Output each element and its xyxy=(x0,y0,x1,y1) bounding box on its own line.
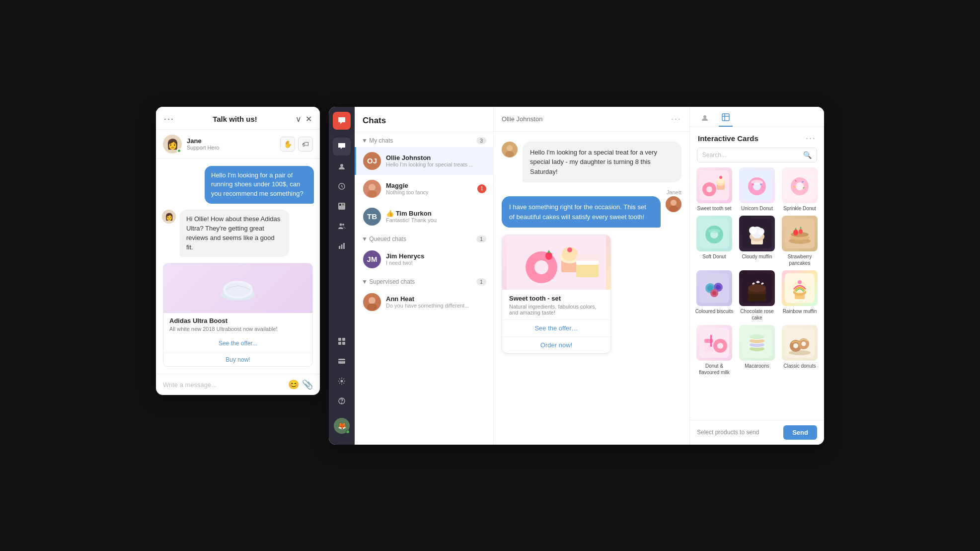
conv-msg-janett: I have something right for the occasion.… xyxy=(502,196,681,228)
svg-rect-15 xyxy=(342,338,345,341)
card-item-unicorn-donut[interactable]: Unicorn Donut xyxy=(738,167,776,212)
svg-point-76 xyxy=(749,227,757,235)
tab-cards-icon[interactable] xyxy=(719,113,733,127)
agent-avatar: 👩 xyxy=(163,135,182,154)
agent-hand-button[interactable]: ✋ xyxy=(280,137,295,152)
conv-product-actions: See the offer… Order now! xyxy=(502,319,610,353)
nav-logo xyxy=(333,112,351,130)
card-thumb-sweet-tooth xyxy=(696,167,732,203)
chat-info-maggie: Maggie Nothing too fancy xyxy=(386,182,472,195)
svg-rect-11 xyxy=(339,246,340,249)
widget-emoji-icon[interactable]: 😊 xyxy=(288,379,299,390)
svg-point-30 xyxy=(507,145,513,151)
conv-order-now-button[interactable]: Order now! xyxy=(502,337,610,353)
supervised-chats-group-header[interactable]: ▼ Supervised chats 1 xyxy=(355,273,493,288)
card-item-soft-donut[interactable]: Soft Donut xyxy=(695,216,734,266)
widget-buy-now-link[interactable]: Buy now! xyxy=(163,353,312,366)
chat-badge-maggie: 1 xyxy=(477,184,486,193)
svg-point-50 xyxy=(706,186,712,192)
sidebar-item-card[interactable] xyxy=(333,352,351,370)
chat-info-jim: Jim Henrycs I need two! xyxy=(386,252,486,266)
widget-agent-bubble: Hi Ollie! How about these Adidas Ultra? … xyxy=(180,210,289,257)
svg-point-88 xyxy=(716,285,721,290)
chat-item-tim[interactable]: TB 👍 Tim Burkon Fantastic! Thank you xyxy=(355,203,493,231)
right-panel-title: Interactive Cards xyxy=(698,134,758,143)
conv-msg-janett-avatar xyxy=(666,196,681,212)
svg-point-20 xyxy=(341,380,343,382)
widget-minimize-button[interactable]: ∨ xyxy=(296,114,302,124)
card-item-classic-donuts[interactable]: Classic donuts xyxy=(780,325,819,376)
svg-point-22 xyxy=(342,402,342,403)
card-item-macaroons[interactable]: Macaroons xyxy=(738,325,776,376)
card-thumb-rainbow-muffin xyxy=(782,270,818,306)
sidebar-item-grid[interactable] xyxy=(333,332,351,350)
svg-rect-19 xyxy=(338,360,345,361)
agent-role: Support Hero xyxy=(187,145,275,151)
card-item-cloudy-muffin[interactable]: Cloudy muffin xyxy=(738,216,776,266)
sidebar-item-help[interactable] xyxy=(333,392,351,410)
widget-user-bubble: Hello I'm looking for a pair of running … xyxy=(205,166,314,204)
card-item-sprinkle-donut[interactable]: Sprinkle Donut xyxy=(780,167,819,212)
sidebar-item-reports[interactable] xyxy=(333,197,351,215)
card-label-macaroons: Macaroons xyxy=(745,363,769,369)
my-chats-group-header[interactable]: ▼ My chats 3 xyxy=(355,132,493,147)
sidebar-item-analytics[interactable] xyxy=(333,237,351,255)
sidebar-item-team[interactable] xyxy=(333,217,351,235)
card-item-coloured-biscuits[interactable]: Coloured biscuits xyxy=(695,270,734,321)
svg-point-59 xyxy=(752,183,754,185)
sidebar-item-history[interactable] xyxy=(333,177,351,195)
right-panel-title-bar: Interactive Cards ··· xyxy=(690,127,824,148)
chat-item-jim[interactable]: JM Jim Henrycs I need two! xyxy=(355,245,493,273)
conv-header-dots-icon[interactable]: ··· xyxy=(671,114,681,124)
card-item-donut-milk[interactable]: Donut & flavoured milk xyxy=(695,325,734,376)
nav-user-avatar[interactable]: 🦊 xyxy=(334,418,350,434)
svg-rect-14 xyxy=(338,338,341,341)
tim-thumb-icon: 👍 xyxy=(386,210,396,217)
widget-attach-icon[interactable]: 📎 xyxy=(302,379,313,390)
send-button[interactable]: Send xyxy=(783,425,817,440)
card-thumb-strawberry-pancakes xyxy=(782,216,818,251)
svg-rect-6 xyxy=(339,204,341,206)
sidebar-item-settings[interactable] xyxy=(333,372,351,390)
widget-product-image xyxy=(163,263,312,313)
conv-msg-ollie: Hello I'm looking for a special treat fo… xyxy=(502,142,681,183)
chat-item-maggie[interactable]: Maggie Nothing too fancy 1 xyxy=(355,175,493,203)
widget-close-button[interactable]: ✕ xyxy=(305,114,312,124)
right-panel-search-input[interactable] xyxy=(702,152,799,158)
card-item-chocolate-rose-cake[interactable]: Chocolate rose cake xyxy=(738,270,776,321)
tab-user-icon[interactable] xyxy=(698,113,712,127)
svg-point-45 xyxy=(545,252,552,260)
sidebar-item-chats[interactable] xyxy=(333,138,351,156)
widget-see-offer-link[interactable]: See the offer... xyxy=(169,337,306,349)
conv-header-name: Ollie Johnston xyxy=(502,115,542,123)
svg-point-25 xyxy=(367,190,377,197)
widget-product-card: Adidas Ultra Boost All white new 2018 Ul… xyxy=(163,263,313,367)
agent-actions: ✋ 🏷 xyxy=(280,137,313,152)
card-item-rainbow-muffin[interactable]: Rainbow muffin xyxy=(780,270,819,321)
widget-message-input[interactable] xyxy=(163,381,284,389)
chat-preview-ollie: Hello I'm looking for special treats ... xyxy=(386,161,486,167)
queued-chats-count: 1 xyxy=(476,236,486,242)
chat-item-ollie[interactable]: OJ Ollie Johnston Hello I'm looking for … xyxy=(355,147,493,175)
conv-product-image xyxy=(502,235,610,290)
queued-chats-group-header[interactable]: ▼ Queued chats 1 xyxy=(355,231,493,245)
conv-product-card-wrap: Sweet tooth - set Natural ingredients, f… xyxy=(502,235,681,354)
svg-rect-7 xyxy=(342,204,344,204)
conv-bubble-ollie: Hello I'm looking for a special treat fo… xyxy=(523,142,681,183)
card-item-strawberry-pancakes[interactable]: Strawberry pancakes xyxy=(780,216,819,266)
right-panel-dots-icon[interactable]: ··· xyxy=(806,133,816,144)
agent-tag-button[interactable]: 🏷 xyxy=(298,137,313,152)
chat-item-ann[interactable]: Ann Heat Do you have something different… xyxy=(355,288,493,316)
conv-see-offer-button[interactable]: See the offer… xyxy=(502,320,610,337)
card-label-donut-milk: Donut & flavoured milk xyxy=(695,363,734,376)
svg-point-34 xyxy=(669,206,678,212)
chat-name-maggie: Maggie xyxy=(386,182,472,189)
chat-avatar-tim: TB xyxy=(363,208,381,226)
widget-input-icons: 😊 📎 xyxy=(288,379,313,390)
chat-name-jim: Jim Henrycs xyxy=(386,252,486,260)
chat-avatar-ann xyxy=(363,293,381,311)
sidebar-item-contacts[interactable] xyxy=(333,157,351,175)
card-item-sweet-tooth[interactable]: Sweet tooth set xyxy=(695,167,734,212)
svg-point-90 xyxy=(712,291,716,295)
my-chats-count: 3 xyxy=(476,137,486,144)
